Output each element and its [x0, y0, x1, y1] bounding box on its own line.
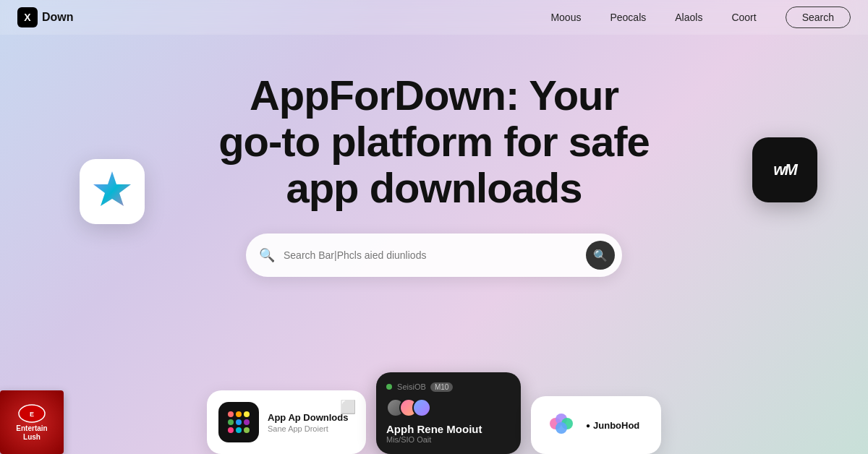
nav-link-coort[interactable]: Coort — [731, 12, 756, 23]
dots-grid — [222, 406, 255, 439]
app-card-3: ● JunboHod — [531, 396, 661, 454]
dot — [228, 411, 234, 417]
svg-text:E: E — [30, 411, 34, 418]
dot — [236, 427, 242, 433]
dark-badge: M10 — [430, 382, 453, 392]
dot — [236, 411, 242, 417]
nav-link-moous[interactable]: Moous — [550, 12, 581, 23]
dot — [236, 419, 242, 425]
svg-point-4 — [556, 422, 567, 434]
app-card-plain-info: ● JunboHod — [586, 420, 639, 431]
dot — [244, 427, 250, 433]
dark-card-top: SeisiOB M10 — [386, 382, 511, 391]
app-card-icon-dots — [218, 402, 259, 442]
dark-card-title: Apph Rene Mooiut — [386, 423, 511, 435]
dot — [244, 419, 250, 425]
dot — [228, 419, 234, 425]
app-card-plain: ● JunboHod — [531, 396, 661, 454]
app-card-2: SeisiOB M10 Apph Rene Mooiut Mis/SIO Oai… — [376, 372, 521, 454]
entertain-badge: E Entertain Lush — [0, 390, 64, 454]
nav-link-alaols[interactable]: Alaols — [675, 12, 702, 23]
logo-area: X Down — [17, 7, 74, 27]
app-card-1: App Ap Downlods Sane App Droiert ⬜ — [207, 390, 366, 454]
hero-title: AppForDown: Your go-to platform for safe… — [217, 72, 651, 210]
dot — [244, 411, 250, 417]
search-submit-icon: 🔍 — [593, 249, 608, 262]
search-submit-button[interactable]: 🔍 — [586, 241, 615, 270]
nav-links: Moous Peocals Alaols Coort — [550, 12, 756, 23]
search-input[interactable] — [284, 249, 586, 261]
search-icon-left: 🔍 — [259, 247, 275, 263]
app-card-subtitle: Sane App Droiert — [268, 424, 354, 433]
search-button[interactable]: Search — [786, 7, 851, 28]
logo-text: Down — [42, 11, 74, 24]
dark-avatars — [386, 398, 511, 417]
dark-card-subtitle: Mis/SIO Oait — [386, 435, 511, 444]
dot — [228, 427, 234, 433]
entertain-logo: E — [17, 403, 46, 424]
bullet-dot: ● — [586, 421, 590, 429]
hero-section: AppForDown: Your go-to platform for safe… — [0, 35, 868, 277]
cards-area: App Ap Downlods Sane App Droiert ⬜ Seisi… — [207, 372, 661, 454]
green-status-dot — [386, 384, 392, 390]
entertain-text: Entertain Lush — [16, 424, 47, 442]
card-corner-icon: ⬜ — [340, 399, 356, 415]
search-bar-container: 🔍 🔍 — [246, 234, 622, 277]
navbar: X Down Moous Peocals Alaols Coort Search — [0, 0, 868, 35]
app-card-dark: SeisiOB M10 Apph Rene Mooiut Mis/SIO Oai… — [376, 372, 521, 454]
dark-label: SeisiOB M10 — [386, 382, 453, 391]
rainbow-icon-container — [545, 408, 577, 442]
plain-card-title: JunboHod — [593, 420, 639, 431]
logo-icon: X — [17, 7, 38, 27]
avatar-3 — [412, 398, 431, 417]
app-card-dots: App Ap Downlods Sane App Droiert ⬜ — [207, 390, 366, 454]
nav-link-peocals[interactable]: Peocals — [610, 12, 646, 23]
